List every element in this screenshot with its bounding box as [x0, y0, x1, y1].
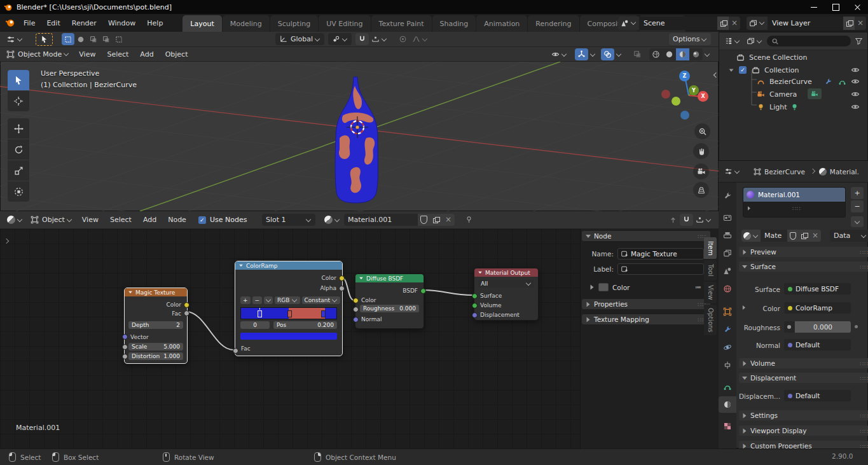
- tab-world[interactable]: [719, 281, 736, 297]
- color-value-button[interactable]: ColorRamp: [784, 302, 851, 314]
- shader-menu-node[interactable]: Node: [162, 211, 192, 229]
- tool-scale[interactable]: [8, 160, 29, 181]
- target-dropdown[interactable]: All: [478, 280, 534, 288]
- editor-type-button[interactable]: [722, 35, 742, 47]
- node-header[interactable]: ColorRamp: [235, 261, 342, 270]
- gizmo-minus-z-axis[interactable]: [680, 111, 689, 120]
- viewport-menu-select[interactable]: Select: [101, 47, 134, 62]
- select-mode-intersect-button[interactable]: [113, 33, 125, 45]
- row-light[interactable]: Light: [719, 101, 868, 113]
- gizmo-minus-x-axis[interactable]: [661, 90, 670, 99]
- row-camera[interactable]: Camera: [719, 88, 868, 101]
- scene-collection-label[interactable]: Scene Collection: [749, 53, 807, 62]
- socket-alpha-out[interactable]: [339, 286, 345, 291]
- overlays-dropdown[interactable]: [616, 51, 621, 56]
- node-diffuse-bsdf[interactable]: Diffuse BSDF BSDF Color Roughness0.000 N…: [355, 274, 424, 329]
- shading-solid-button[interactable]: [663, 48, 676, 60]
- menu-help[interactable]: Help: [141, 14, 169, 32]
- socket-volume-in[interactable]: [472, 303, 478, 309]
- hide-eye-icon[interactable]: [851, 102, 860, 111]
- shading-wireframe-button[interactable]: [649, 48, 663, 60]
- gizmos-dropdown[interactable]: [590, 51, 595, 56]
- hide-eye-icon[interactable]: [851, 66, 860, 74]
- row-bezier-curve[interactable]: BezierCurve: [719, 75, 868, 88]
- animate-dot[interactable]: [855, 325, 858, 328]
- tab-object-data[interactable]: [719, 378, 736, 395]
- tab-layout[interactable]: Layout: [183, 15, 221, 32]
- tab-uv-editing[interactable]: UV Editing: [319, 15, 370, 32]
- search-input[interactable]: [767, 36, 851, 46]
- add-slot-button[interactable]: +: [851, 187, 864, 199]
- tab-shading[interactable]: Shading: [432, 15, 476, 32]
- ramp-color-mode-dropdown[interactable]: RGB: [275, 296, 300, 304]
- depth-field[interactable]: Depth2: [128, 321, 183, 329]
- slot-expand-arrow[interactable]: [748, 206, 750, 210]
- menu-render[interactable]: Render: [66, 14, 102, 32]
- curve-data-icon[interactable]: [838, 78, 846, 86]
- gizmos-toggle[interactable]: [575, 48, 588, 60]
- ramp-stop-color-swatch[interactable]: [240, 333, 337, 340]
- ramp-index-field[interactable]: 0: [240, 321, 270, 329]
- node-colorramp[interactable]: ColorRamp Color Alpha + − RGB Constant: [235, 261, 343, 356]
- shader-menu-add[interactable]: Add: [137, 211, 162, 229]
- select-mode-invert-button[interactable]: [100, 33, 113, 45]
- list-resize-grip[interactable]: [792, 204, 801, 212]
- tab-rendering[interactable]: Rendering: [528, 15, 579, 32]
- shading-dropdown[interactable]: [705, 51, 710, 56]
- view-layer-name[interactable]: View Layer: [768, 19, 843, 27]
- tab-output[interactable]: [719, 227, 736, 244]
- socket-bsdf-out[interactable]: [420, 288, 426, 294]
- socket-fac-out[interactable]: [184, 310, 189, 316]
- material-copy-button[interactable]: [430, 214, 442, 226]
- tab-animation[interactable]: Animation: [476, 15, 527, 32]
- node-name-field[interactable]: Magic Texture: [617, 248, 704, 260]
- hide-eye-icon[interactable]: [851, 77, 860, 86]
- node-overlay-dropdown[interactable]: [693, 214, 714, 226]
- breadcrumb-material[interactable]: Material.: [830, 168, 859, 176]
- scene-icon[interactable]: [618, 17, 639, 30]
- socket-normal-in[interactable]: [353, 317, 359, 323]
- close-button[interactable]: [846, 0, 868, 14]
- object-label[interactable]: BezierCurve: [769, 78, 812, 86]
- roughness-field[interactable]: Roughness0.000: [360, 305, 419, 312]
- shader-type-dropdown[interactable]: Object: [27, 214, 76, 226]
- shader-menu-select[interactable]: Select: [104, 211, 137, 229]
- material-slot-row[interactable]: Material.001: [743, 188, 845, 202]
- node-material-output[interactable]: Material Output All Surface Volume Displ…: [474, 268, 539, 321]
- pin-button[interactable]: [462, 214, 476, 226]
- light-data-icon[interactable]: [790, 103, 799, 111]
- shading-rendered-button[interactable]: [689, 48, 703, 60]
- tool-move[interactable]: [8, 118, 29, 139]
- editor-type-button[interactable]: [722, 165, 742, 177]
- tab-object[interactable]: [719, 303, 736, 320]
- mode-dropdown[interactable]: Object Mode: [3, 48, 73, 60]
- modifier-wrench-icon[interactable]: [824, 78, 832, 86]
- sidebar-tab-options[interactable]: Options: [704, 305, 717, 335]
- panel-displacement-header[interactable]: Displacement: [739, 373, 868, 383]
- ramp-interpolation-dropdown[interactable]: Constant: [302, 296, 340, 304]
- filter-button[interactable]: [853, 37, 864, 46]
- camera-data-badge[interactable]: [808, 88, 822, 99]
- node-header[interactable]: Material Output: [474, 268, 538, 277]
- menu-window[interactable]: Window: [102, 14, 141, 32]
- ramp-add-stop-button[interactable]: +: [240, 296, 251, 304]
- scene-unlink-button[interactable]: [729, 17, 740, 30]
- transform-orientation-dropdown[interactable]: Global: [275, 33, 324, 45]
- collection-label[interactable]: Collection: [764, 66, 799, 74]
- tab-material[interactable]: [719, 396, 736, 413]
- view-layer-copy-button[interactable]: [843, 17, 855, 30]
- view-layer-icon[interactable]: [747, 17, 768, 30]
- socket-surface-in[interactable]: [472, 293, 478, 299]
- socket-color-out[interactable]: [339, 275, 345, 281]
- snap-node-toggle[interactable]: [680, 214, 693, 226]
- material-name-field[interactable]: Mate: [761, 230, 787, 242]
- view-layer-remove-button[interactable]: [855, 17, 866, 30]
- shader-menu-view[interactable]: View: [76, 211, 104, 229]
- tab-texture[interactable]: [719, 418, 736, 434]
- fake-user-button[interactable]: [787, 230, 799, 242]
- tool-select-box[interactable]: [8, 70, 29, 90]
- ramp-stop-selected[interactable]: [258, 310, 262, 317]
- panel-surface-header[interactable]: Surface: [739, 261, 868, 272]
- material-name-field[interactable]: Material.001: [344, 214, 418, 226]
- socket-roughness-in[interactable]: [353, 307, 359, 312]
